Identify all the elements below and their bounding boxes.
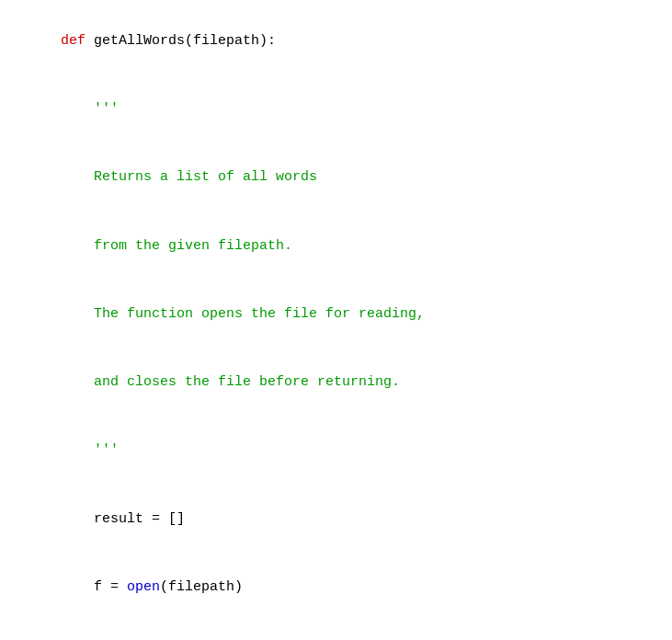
line-6: and closes the file before returning. <box>0 349 672 417</box>
docstring: Returns a list of all words <box>61 169 317 185</box>
line-4: from the given filepath. <box>0 212 672 280</box>
line-10: for line in f: <box>0 622 672 640</box>
docstring: The function opens the file for reading, <box>61 306 425 322</box>
line-2: ''' <box>0 75 672 143</box>
docstring: from the given filepath. <box>61 238 292 254</box>
line-8: result = [] <box>0 486 672 554</box>
code-editor: def getAllWords(filepath): ''' Returns a… <box>0 0 672 640</box>
keyword-def: def <box>61 33 94 49</box>
line-7: ''' <box>0 417 672 486</box>
docstring: and closes the file before returning. <box>61 374 400 390</box>
builtin-open: open <box>127 579 160 595</box>
line-5: The function opens the file for reading, <box>0 280 672 349</box>
docstring: ''' <box>61 101 119 117</box>
function-name: getAllWords <box>94 33 185 49</box>
line-1: def getAllWords(filepath): <box>0 7 672 75</box>
line-3: Returns a list of all words <box>0 144 672 212</box>
docstring: ''' <box>61 442 119 458</box>
line-9: f = open(filepath) <box>0 554 672 622</box>
